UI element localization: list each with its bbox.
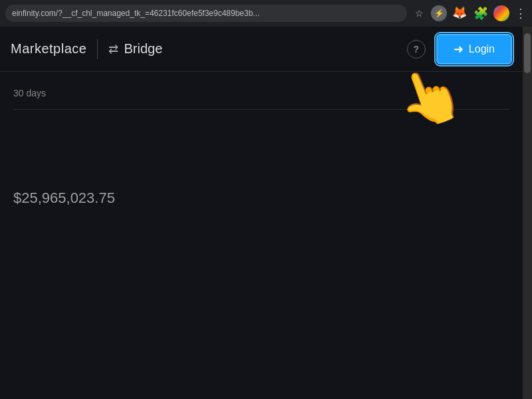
nav-bar: Marketplace ⇄ Bridge ? ➜ Login xyxy=(0,27,523,72)
address-bar[interactable]: einfinity.com/?__cf_chl_managed_tk_=4623… xyxy=(5,5,407,22)
browser-menu-dots[interactable]: ⋮ xyxy=(515,6,527,21)
nav-bridge-link[interactable]: ⇄ Bridge xyxy=(108,41,162,57)
time-filter-label[interactable]: 30 days xyxy=(13,88,509,98)
nav-marketplace-link[interactable]: Marketplace xyxy=(11,41,86,57)
browser-chrome: einfinity.com/?__cf_chl_managed_tk_=4623… xyxy=(0,0,532,27)
browser-extension-icon-1[interactable]: ⚡ xyxy=(431,5,447,21)
volume-amount: $25,965,023.75 xyxy=(13,190,509,207)
content-divider xyxy=(13,109,509,110)
login-arrow-icon: ➜ xyxy=(454,42,464,57)
nav-bridge-label: Bridge xyxy=(124,41,162,57)
nav-divider xyxy=(97,39,98,59)
app-container: Marketplace ⇄ Bridge ? ➜ Login 30 days $… xyxy=(0,27,523,399)
scrollbar[interactable] xyxy=(523,27,532,399)
login-button[interactable]: ➜ Login xyxy=(436,34,512,65)
star-icon[interactable]: ☆ xyxy=(412,7,426,20)
page-wrapper: einfinity.com/?__cf_chl_managed_tk_=4623… xyxy=(0,0,532,399)
scrollbar-thumb[interactable] xyxy=(524,33,531,73)
main-content: 30 days $25,965,023.75 xyxy=(0,72,523,223)
nav-logo: Marketplace xyxy=(11,41,86,57)
metamask-fox-icon[interactable]: 🦊 xyxy=(452,5,468,21)
help-icon-button[interactable]: ? xyxy=(407,40,426,59)
login-label: Login xyxy=(469,43,495,55)
address-text: einfinity.com/?__cf_chl_managed_tk_=4623… xyxy=(12,9,400,18)
bridge-shuffle-icon: ⇄ xyxy=(108,42,118,57)
profile-avatar[interactable] xyxy=(493,5,509,21)
extensions-puzzle-icon[interactable]: 🧩 xyxy=(473,6,488,21)
